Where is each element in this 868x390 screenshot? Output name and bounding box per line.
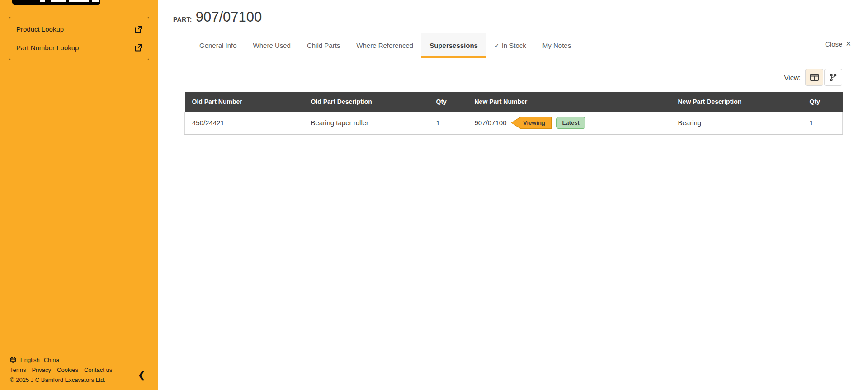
- part-number: 907/07100: [196, 9, 262, 25]
- privacy-link[interactable]: Privacy: [32, 367, 51, 373]
- sidebar: Product Lookup Part Number Lookup Englis…: [0, 0, 158, 390]
- tab-in-stock[interactable]: ✓ In Stock: [486, 33, 534, 58]
- check-icon: ✓: [494, 42, 500, 49]
- copyright-text: © 2025 J C Bamford Excavators Ltd.: [10, 376, 105, 383]
- sidebar-collapse-chevron-icon[interactable]: ❮: [138, 370, 145, 380]
- old-part-description-cell: Bearing taper roller: [304, 112, 429, 134]
- tree-view-icon: [830, 74, 837, 81]
- page-title: PART: 907/07100: [173, 9, 262, 25]
- old-part-number-cell: 450/24421: [185, 112, 304, 134]
- language-link[interactable]: English: [20, 357, 40, 363]
- old-qty-cell: 1: [429, 112, 467, 134]
- new-part-number-cell: 907/07100 Viewing Latest: [467, 112, 671, 134]
- viewing-badge: Viewing: [511, 117, 552, 129]
- col-old-part-number: Old Part Number: [185, 92, 304, 112]
- close-button[interactable]: Close ✕: [825, 40, 851, 48]
- tree-view-button[interactable]: [824, 69, 842, 86]
- cookies-link[interactable]: Cookies: [57, 367, 78, 373]
- jcb-logo: [12, 0, 100, 5]
- tab-my-notes[interactable]: My Notes: [534, 33, 579, 58]
- tab-child-parts[interactable]: Child Parts: [299, 33, 348, 58]
- sidebar-footer: English China Terms Privacy Cookies Cont…: [10, 355, 112, 385]
- contact-link[interactable]: Contact us: [84, 367, 112, 373]
- tab-general-info[interactable]: General Info: [191, 33, 245, 58]
- sidebar-item-part-number-lookup[interactable]: Part Number Lookup: [9, 38, 149, 57]
- table-header-row: Old Part Number Old Part Description Qty…: [185, 92, 843, 112]
- new-part-description-cell: Bearing: [671, 112, 802, 134]
- terms-link[interactable]: Terms: [10, 367, 26, 373]
- col-old-part-description: Old Part Description: [304, 92, 429, 112]
- view-label: View:: [784, 74, 801, 81]
- table-view-button[interactable]: [805, 69, 823, 86]
- sidebar-nav: Product Lookup Part Number Lookup: [9, 17, 149, 60]
- part-label: PART:: [173, 16, 192, 23]
- external-link-icon: [134, 25, 142, 33]
- external-link-icon: [134, 44, 142, 52]
- table-row: 450/24421 Bearing taper roller 1 907/071…: [185, 112, 843, 134]
- close-icon: ✕: [845, 40, 851, 48]
- col-new-qty: Qty: [802, 92, 843, 112]
- main-panel: PART: 907/07100 General Info Where Used …: [159, 0, 868, 390]
- new-part-number: 907/07100: [475, 119, 507, 127]
- globe-icon: [10, 357, 16, 363]
- col-old-qty: Qty: [429, 92, 467, 112]
- table-view-icon: [810, 74, 819, 81]
- sidebar-item-label: Part Number Lookup: [16, 44, 79, 52]
- view-toggle: View:: [784, 69, 842, 86]
- col-new-part-number: New Part Number: [467, 92, 671, 112]
- latest-badge: Latest: [556, 117, 585, 129]
- country-link[interactable]: China: [44, 357, 59, 363]
- sidebar-item-label: Product Lookup: [16, 25, 64, 33]
- sidebar-item-product-lookup[interactable]: Product Lookup: [9, 20, 149, 38]
- new-qty-cell: 1: [802, 112, 843, 134]
- col-new-part-description: New Part Description: [671, 92, 802, 112]
- tab-supersessions[interactable]: Supersessions: [421, 33, 486, 58]
- supersessions-table: Old Part Number Old Part Description Qty…: [184, 92, 842, 135]
- tab-bar: General Info Where Used Child Parts Wher…: [173, 33, 858, 58]
- tab-where-referenced[interactable]: Where Referenced: [348, 33, 421, 58]
- tab-where-used[interactable]: Where Used: [245, 33, 299, 58]
